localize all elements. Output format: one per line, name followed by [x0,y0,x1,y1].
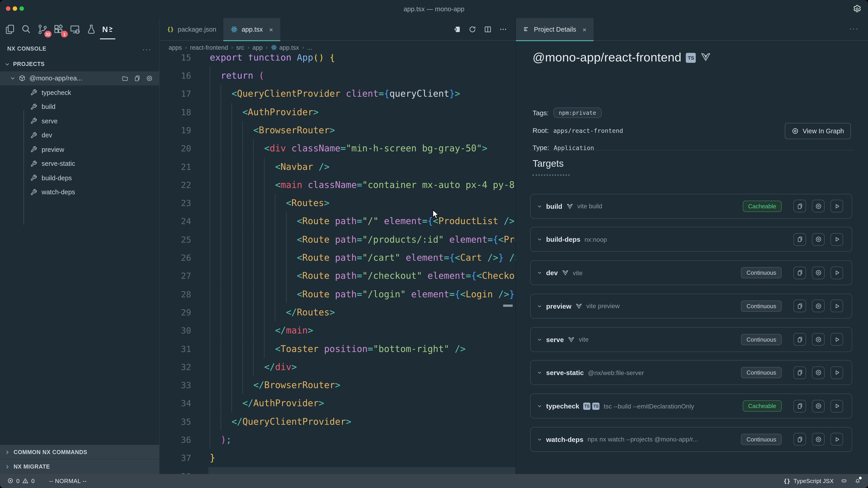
gear-icon[interactable] [852,4,862,14]
play-icon [833,236,840,243]
clipboard-icon [796,336,803,343]
chevron-down-icon[interactable] [537,403,542,409]
graph-icon [815,369,822,376]
activity-item-nx-console[interactable]: N [102,24,114,35]
activity-item-testing[interactable] [86,24,97,35]
title-bar: app.tsx — mono-app [0,0,868,18]
target-name: dev [546,269,558,276]
graph-button[interactable] [812,233,825,246]
wrench-icon [30,189,37,196]
close-tab-icon[interactable]: × [269,26,273,33]
play-button[interactable] [831,266,843,279]
play-button[interactable] [831,433,843,446]
tree-item-project[interactable]: @mono-app/rea... [0,71,159,86]
line-content: <Route path="/" element={<ProductList />… [191,212,515,230]
clipboard-button[interactable] [794,300,806,313]
tab-label: Project Details [534,26,576,33]
code-line-16: 16 return ( [160,66,515,85]
warning-icon[interactable] [22,478,29,484]
section-nx-migrate[interactable]: NX MIGRATE [0,459,159,474]
play-button[interactable] [831,200,843,213]
copy-file-icon[interactable] [134,75,141,82]
wrench-icon [30,103,37,110]
breadcrumb-item-react-frontend[interactable]: react-frontend [190,44,228,51]
graph-button[interactable] [812,333,825,346]
chevron-down-icon[interactable] [537,437,542,442]
breadcrumb-separator: › [266,44,268,51]
projects-header-label: PROJECTS [13,61,45,67]
error-count[interactable]: 0 [16,478,20,484]
graph-button[interactable] [812,400,825,412]
play-button[interactable] [831,233,843,246]
breadcrumb-item-app-tsx[interactable]: app.tsx [271,44,299,51]
tags-row: Tags: npm:private [532,107,601,118]
chevron-down-icon[interactable] [537,304,542,308]
panel-more-actions-icon[interactable]: ··· [849,24,859,32]
view-in-graph-button[interactable]: View In Graph [785,123,851,139]
activity-item-extensions[interactable]: 1 [53,24,65,35]
target-label: serve [41,118,58,125]
line-content: <QueryClientProvider client={queryClient… [191,85,460,103]
target-actions [794,300,843,313]
activity-item-explorer[interactable] [4,24,16,35]
chevron-down-icon[interactable] [537,337,542,342]
warning-count[interactable]: 0 [31,478,34,484]
clipboard-button[interactable] [794,366,806,379]
clipboard-button[interactable] [794,200,806,213]
vim-mode-indicator: -- NORMAL -- [49,478,87,484]
graph-button[interactable] [812,433,825,446]
clipboard-button[interactable] [794,266,806,279]
tree-item-target-typecheck[interactable]: typecheck [0,86,159,100]
clipboard-button[interactable] [794,233,806,246]
split-editor-icon[interactable] [484,25,492,33]
code-line-25: 25 <Route path="/products/:id" element={… [160,230,515,249]
notifications-bell[interactable] [855,478,861,484]
chevron-down-icon[interactable] [537,370,542,375]
chevron-down-icon[interactable] [537,237,542,242]
graph-button[interactable] [812,200,825,213]
activity-item-search[interactable] [20,24,32,35]
chevron-down-icon[interactable] [537,203,542,208]
play-button[interactable] [831,333,843,346]
clipboard-button[interactable] [794,400,806,412]
tree-projects-header[interactable]: PROJECTS [0,57,159,71]
refresh-icon[interactable] [468,25,476,33]
activity-item-remote[interactable] [69,24,81,35]
breadcrumb-label: app [252,44,263,51]
copilot-icon[interactable] [841,478,847,484]
more-actions-icon[interactable] [499,25,507,33]
activity-item-source-control[interactable]: 32 [37,24,49,35]
target-icon[interactable] [146,75,153,82]
breadcrumb-separator: › [231,44,233,51]
error-icon[interactable] [7,478,13,484]
line-content: <Toaster position="bottom-right" /> [191,339,466,358]
target-label: preview [41,146,64,153]
tab-project-details[interactable]: Project Details × [516,18,594,41]
language-mode-selector[interactable]: {} TypeScript JSX [783,478,834,484]
play-button[interactable] [831,300,843,313]
graph-button[interactable] [812,266,825,279]
clipboard-button[interactable] [794,433,806,446]
notification-dot [859,477,862,480]
line-number: 20 [160,139,191,158]
breadcrumb-item-src[interactable]: src [236,44,244,51]
breadcrumb-item--[interactable]: ... [307,44,312,51]
code-editor[interactable]: 15export function App() {16 return (17 <… [160,48,515,474]
project-row-actions [122,75,159,82]
tab-app-tsx[interactable]: app.tsx × [223,18,280,41]
sidebar-more-actions-icon[interactable]: ··· [143,45,152,53]
play-button[interactable] [831,400,843,412]
play-button[interactable] [831,366,843,379]
clipboard-button[interactable] [794,333,806,346]
project-details-editor-icon[interactable] [453,25,461,33]
graph-button[interactable] [812,366,825,379]
tab-package-json[interactable]: {} package.json [160,18,223,41]
graph-button[interactable] [812,300,825,313]
chevron-down-icon[interactable] [537,270,542,275]
section-common-nx-commands[interactable]: COMMON NX COMMANDS [0,445,159,459]
breadcrumb-item-app[interactable]: app [252,44,263,51]
line-number: 33 [160,376,191,394]
breadcrumb-item-apps[interactable]: apps [168,44,182,51]
folder-icon[interactable] [122,75,128,82]
close-tab-icon[interactable]: × [583,26,587,33]
